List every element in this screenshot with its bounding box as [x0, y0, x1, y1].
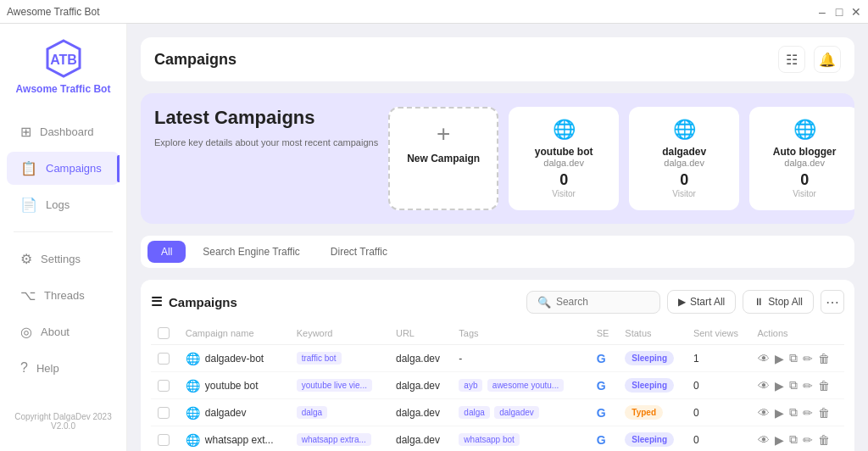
minimize-button[interactable]: –	[817, 7, 827, 17]
new-campaign-label: New Campaign	[407, 153, 480, 164]
status-badge: Sleeping	[625, 432, 674, 447]
delete-icon[interactable]: 🗑	[818, 406, 830, 420]
sidebar-item-label: Threads	[44, 289, 85, 302]
row-status-cell: Typed	[618, 399, 687, 426]
card-sub-2: dalga.dev	[784, 158, 825, 168]
sidebar-item-settings[interactable]: ⚙ Settings	[7, 242, 120, 276]
edit-icon[interactable]: ✏	[803, 379, 813, 393]
sidebar-item-campaigns[interactable]: 📋 Campaigns	[7, 152, 120, 185]
sidebar-item-logs[interactable]: 📄 Logs	[7, 188, 120, 221]
sidebar-item-help[interactable]: ? Help	[7, 352, 120, 384]
row-url-cell: dalga.dev	[389, 426, 452, 452]
view-icon[interactable]: 👁	[758, 406, 770, 420]
svg-text:ATB: ATB	[50, 53, 77, 67]
campaign-card-1[interactable]: 🌐 dalgadev dalga.dev 0 Visitor	[629, 107, 739, 210]
table-icon: ☰	[151, 294, 162, 309]
play-icon[interactable]: ▶	[775, 379, 784, 393]
copy-icon[interactable]: ⧉	[789, 432, 798, 447]
row-keyword-cell: traffic bot	[290, 345, 389, 372]
start-all-button[interactable]: ▶ Start All	[667, 290, 736, 314]
sidebar-item-about[interactable]: ◎ About	[7, 315, 120, 348]
stop-all-button[interactable]: ⏸ Stop All	[743, 290, 814, 314]
edit-icon[interactable]: ✏	[803, 433, 813, 447]
close-button[interactable]: ✕	[851, 7, 861, 17]
title-bar-title: Awesome Traffic Bot	[7, 6, 100, 18]
keyword-tag: whatsapp extra...	[297, 433, 371, 446]
latest-campaigns-info: Latest Campaigns Explore key details abo…	[154, 107, 378, 210]
google-icon: G	[597, 433, 606, 447]
tag: awesome youtu...	[487, 379, 564, 392]
delete-icon[interactable]: 🗑	[818, 379, 830, 393]
sidebar-item-dashboard[interactable]: ⊞ Dashboard	[7, 115, 120, 148]
tab-search-engine[interactable]: Search Engine Traffic	[189, 241, 314, 263]
play-icon[interactable]: ▶	[775, 352, 784, 365]
card-visitor-0: Visitor	[552, 189, 576, 198]
view-icon[interactable]: 👁	[758, 352, 770, 365]
search-input[interactable]	[556, 296, 649, 308]
sidebar-item-threads[interactable]: ⌥ Threads	[7, 279, 120, 312]
stop-all-label: Stop All	[768, 296, 803, 308]
col-url: URL	[389, 322, 452, 345]
google-icon: G	[597, 352, 606, 365]
row-sent-views-cell: 0	[687, 399, 751, 426]
view-icon[interactable]: 👁	[758, 433, 770, 447]
app-container: ATB Awsome Traffic Bot ⊞ Dashboard 📋 Cam…	[0, 24, 868, 451]
copyright-text: Copyright DalgaDev 2023 V2.0.0	[14, 412, 112, 431]
campaigns-icon: 📋	[20, 160, 37, 176]
table-row: 🌐 youtube bot youtube live vie... dalga.…	[151, 372, 844, 399]
action-icons: 👁 ▶ ⧉ ✏ 🗑	[758, 432, 837, 447]
campaign-card-0[interactable]: 🌐 youtube bot dalga.dev 0 Visitor	[509, 107, 619, 210]
table-actions: 🔍 ▶ Start All ⏸ Stop All ⋯	[526, 290, 844, 314]
qr-code-button[interactable]: ☷	[778, 46, 805, 73]
keyword-tag: youtube live vie...	[297, 379, 372, 392]
campaign-card-2[interactable]: 🌐 Auto blogger dalga.dev 0 Visitor	[749, 107, 854, 210]
sidebar: ATB Awsome Traffic Bot ⊞ Dashboard 📋 Cam…	[0, 24, 127, 451]
table-row: 🌐 whatsapp ext... whatsapp extra... dalg…	[151, 426, 844, 452]
tag-dash: -	[459, 353, 462, 365]
copy-icon[interactable]: ⧉	[789, 378, 798, 393]
row-keyword-cell: dalga	[290, 399, 389, 426]
view-icon[interactable]: 👁	[758, 379, 770, 393]
select-all-checkbox[interactable]	[158, 327, 170, 339]
row-se-cell: G	[590, 372, 619, 399]
copy-icon[interactable]: ⧉	[789, 351, 798, 365]
play-icon[interactable]: ▶	[775, 406, 784, 420]
keyword-tag: traffic bot	[297, 352, 342, 365]
search-box[interactable]: 🔍	[526, 291, 660, 314]
play-icon[interactable]: ▶	[775, 433, 784, 447]
row-checkbox[interactable]	[158, 434, 170, 446]
copy-icon[interactable]: ⧉	[789, 405, 798, 420]
campaign-name: youtube bot	[205, 380, 259, 392]
delete-icon[interactable]: 🗑	[818, 433, 830, 447]
col-status: Status	[618, 322, 687, 345]
new-campaign-card[interactable]: + New Campaign	[388, 107, 498, 210]
row-url-cell: dalga.dev	[389, 372, 452, 399]
latest-campaigns-desc: Explore key details about your most rece…	[154, 136, 378, 150]
row-name-cell: 🌐 dalgadev-bot	[179, 345, 290, 372]
tag: ayb	[459, 379, 482, 392]
status-badge: Sleeping	[625, 351, 674, 365]
tab-all[interactable]: All	[147, 241, 186, 263]
sidebar-item-label: Help	[36, 362, 59, 375]
row-keyword-cell: youtube live vie...	[290, 372, 389, 399]
google-icon: G	[597, 406, 606, 420]
edit-icon[interactable]: ✏	[803, 406, 813, 420]
delete-icon[interactable]: 🗑	[818, 352, 830, 365]
status-badge: Typed	[625, 405, 663, 420]
row-tags-cell: whatsapp bot	[452, 426, 589, 452]
campaign-name-cell: 🌐 dalgadev	[186, 406, 283, 420]
notification-button[interactable]: 🔔	[814, 46, 841, 73]
tab-direct[interactable]: Direct Traffic	[317, 241, 401, 263]
latest-campaigns-section: Latest Campaigns Explore key details abo…	[141, 93, 854, 224]
page-title: Campaigns	[154, 51, 236, 69]
row-checkbox[interactable]	[158, 380, 170, 392]
row-checkbox[interactable]	[158, 407, 170, 419]
table-row: 🌐 dalgadev dalga dalga.dev dalga dalgade…	[151, 399, 844, 426]
globe-icon: 🌐	[793, 119, 816, 141]
row-checkbox[interactable]	[158, 353, 170, 365]
more-options-button[interactable]: ⋯	[821, 290, 844, 314]
header-icons: ☷ 🔔	[778, 46, 841, 73]
col-keyword: Keyword	[290, 322, 389, 345]
maximize-button[interactable]: □	[834, 7, 844, 17]
edit-icon[interactable]: ✏	[803, 352, 813, 365]
